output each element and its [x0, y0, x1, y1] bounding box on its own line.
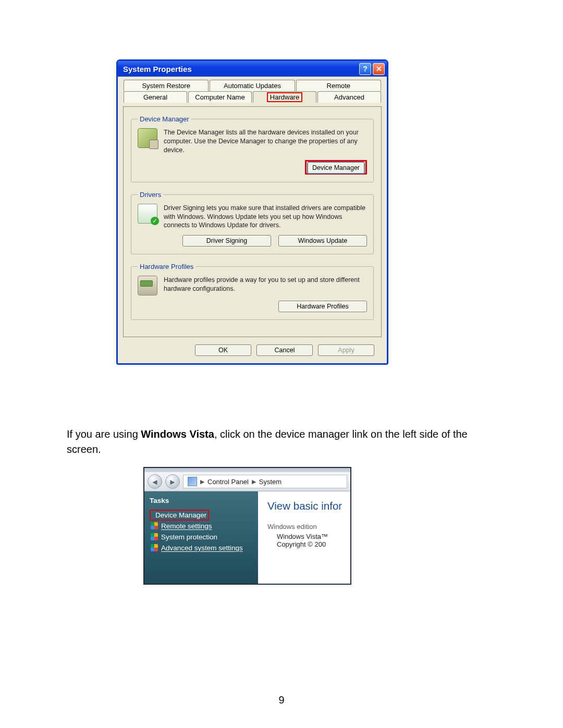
tab-automatic-updates[interactable]: Automatic Updates: [210, 80, 295, 91]
highlight-device-manager-button: Device Manager: [305, 160, 367, 175]
group-device-manager: Device Manager The Device Manager lists …: [131, 115, 374, 182]
group-legend: Hardware Profiles: [138, 263, 195, 270]
section-label: Windows edition: [267, 523, 345, 533]
tab-advanced[interactable]: Advanced: [317, 91, 381, 103]
text-prefix: If you are using: [67, 428, 141, 440]
close-button[interactable]: ✕: [373, 63, 385, 75]
computer-icon: [188, 477, 197, 486]
tab-system-restore[interactable]: System Restore: [124, 80, 209, 91]
sidebar-link-system-protection[interactable]: System protection: [150, 532, 253, 542]
nav-toolbar: ◄ ► ▶ Control Panel ▶ System: [144, 472, 350, 491]
group-text: Driver Signing lets you make sure that i…: [164, 204, 367, 230]
drivers-icon: [138, 204, 157, 224]
window-frame-top: [144, 468, 350, 472]
group-text: Hardware profiles provide a way for you …: [164, 276, 367, 295]
driver-signing-button[interactable]: Driver Signing: [182, 235, 271, 246]
text-bold: Windows Vista: [141, 428, 214, 440]
help-button[interactable]: ?: [359, 63, 371, 75]
group-hardware-profiles: Hardware Profiles Hardware profiles prov…: [131, 263, 374, 320]
shield-icon: [151, 522, 158, 529]
body-line: Windows Vista™: [267, 533, 345, 540]
shield-icon: [151, 544, 158, 551]
breadcrumb-item[interactable]: Control Panel: [207, 478, 249, 486]
window-title: System Properties: [120, 65, 192, 73]
hardware-profiles-button[interactable]: Hardware Profiles: [278, 301, 367, 312]
chevron-right-icon: ▶: [200, 478, 204, 485]
highlight-device-manager-link: Device Manager: [150, 510, 209, 521]
device-manager-button[interactable]: Device Manager: [308, 162, 364, 174]
group-legend: Drivers: [138, 191, 163, 199]
vista-system-window: ◄ ► ▶ Control Panel ▶ System Tasks Devic…: [143, 467, 351, 585]
tab-strip: System Restore Automatic Updates Remote …: [123, 80, 382, 107]
tasks-heading: Tasks: [150, 497, 253, 504]
ok-button[interactable]: OK: [195, 344, 251, 356]
shield-icon: [151, 533, 158, 540]
cancel-button[interactable]: Cancel: [256, 344, 313, 356]
windows-update-button[interactable]: Windows Update: [278, 235, 367, 246]
tab-remote[interactable]: Remote: [296, 80, 381, 91]
tasks-sidebar: Tasks Device Manager Remote settings Sys…: [144, 491, 258, 584]
sidebar-link-advanced-settings[interactable]: Advanced system settings: [150, 542, 253, 553]
forward-button[interactable]: ►: [165, 474, 180, 489]
body-line: Copyright © 200: [267, 540, 345, 548]
group-text: The Device Manager lists all the hardwar…: [164, 128, 367, 155]
titlebar[interactable]: System Properties ? ✕: [118, 61, 387, 77]
page-heading: View basic infor: [267, 500, 345, 512]
highlight-hardware-tab: Hardware: [267, 92, 302, 102]
device-manager-icon: [138, 128, 157, 148]
tab-computer-name[interactable]: Computer Name: [188, 91, 252, 103]
hardware-profiles-icon: [138, 276, 157, 295]
group-legend: Device Manager: [138, 115, 191, 123]
system-properties-dialog: System Properties ? ✕ System Restore Aut…: [117, 60, 388, 364]
back-button[interactable]: ◄: [148, 474, 162, 489]
group-drivers: Drivers Driver Signing lets you make sur…: [131, 191, 374, 255]
main-panel: View basic infor Windows edition Windows…: [258, 491, 350, 584]
apply-button[interactable]: Apply: [318, 344, 374, 356]
page-number: 9: [0, 694, 563, 706]
tab-general[interactable]: General: [124, 91, 187, 103]
tab-hardware[interactable]: Hardware: [253, 91, 316, 103]
dialog-footer: OK Cancel Apply: [123, 337, 382, 356]
sidebar-link-device-manager[interactable]: Device Manager: [155, 511, 206, 519]
chevron-right-icon: ▶: [252, 478, 256, 485]
instruction-paragraph: If you are using Windows Vista, click on…: [67, 427, 494, 457]
sidebar-link-remote-settings[interactable]: Remote settings: [150, 521, 253, 532]
breadcrumb[interactable]: ▶ Control Panel ▶ System: [183, 475, 347, 488]
breadcrumb-item[interactable]: System: [259, 478, 282, 486]
hardware-tabpanel: Device Manager The Device Manager lists …: [123, 106, 382, 337]
